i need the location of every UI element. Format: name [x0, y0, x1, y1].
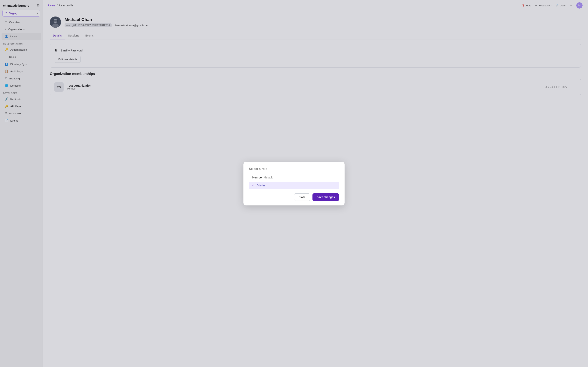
modal-overlay: Select a role Member (default) ✓ Admin C… [0, 0, 588, 367]
check-icon: ✓ [252, 184, 255, 187]
select-role-modal: Select a role Member (default) ✓ Admin C… [243, 162, 345, 205]
role-option-member[interactable]: Member (default) [249, 174, 339, 181]
save-changes-button[interactable]: Save changes [312, 193, 339, 201]
modal-actions: Close Save changes [249, 193, 339, 201]
close-button[interactable]: Close [294, 193, 310, 201]
modal-title: Select a role [249, 167, 339, 171]
role-option-admin[interactable]: ✓ Admin [249, 182, 339, 189]
